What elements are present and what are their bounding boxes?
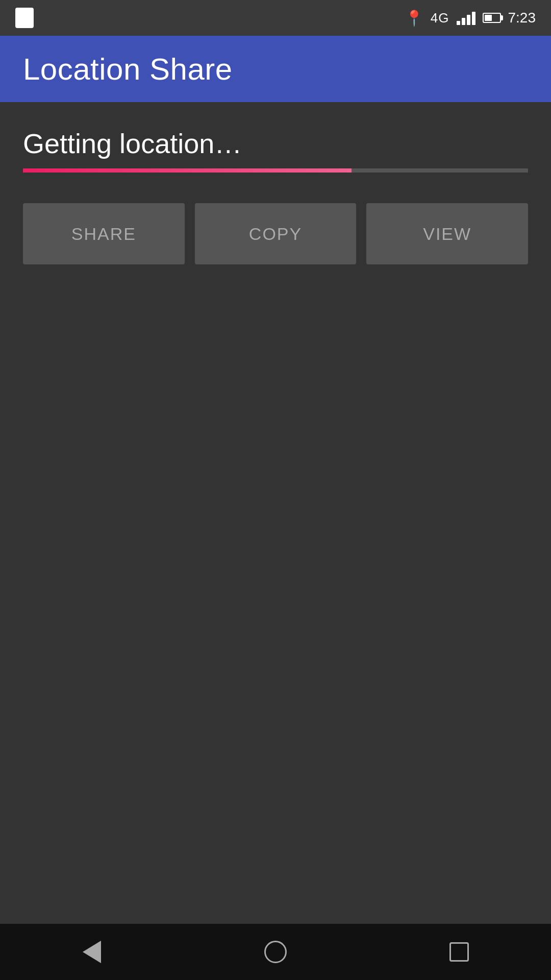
recent-apps-button[interactable] — [439, 932, 480, 972]
status-bar: 📍 4G 7:23 — [0, 0, 551, 36]
action-buttons-row: SHARE COPY VIEW — [23, 203, 528, 264]
app-title: Location Share — [23, 52, 233, 87]
view-button[interactable]: VIEW — [366, 203, 528, 264]
sim-card-icon — [15, 8, 34, 30]
home-icon — [264, 941, 287, 963]
back-button[interactable] — [71, 932, 112, 972]
main-content: Getting location… SHARE COPY VIEW — [0, 102, 551, 924]
signal-icon — [457, 11, 475, 25]
network-type: 4G — [431, 10, 449, 26]
recent-icon — [449, 942, 469, 962]
share-button[interactable]: SHARE — [23, 203, 185, 264]
app-bar: Location Share — [0, 36, 551, 102]
progress-bar — [23, 168, 528, 173]
back-icon — [83, 941, 101, 963]
status-label: Getting location… — [23, 128, 528, 159]
location-icon: 📍 — [405, 9, 423, 27]
copy-button[interactable]: COPY — [195, 203, 357, 264]
home-button[interactable] — [255, 932, 296, 972]
progress-bar-fill — [23, 168, 352, 173]
status-icons: 📍 4G 7:23 — [405, 9, 536, 27]
battery-icon — [483, 13, 501, 23]
nav-bar — [0, 924, 551, 980]
time-display: 7:23 — [508, 10, 536, 26]
